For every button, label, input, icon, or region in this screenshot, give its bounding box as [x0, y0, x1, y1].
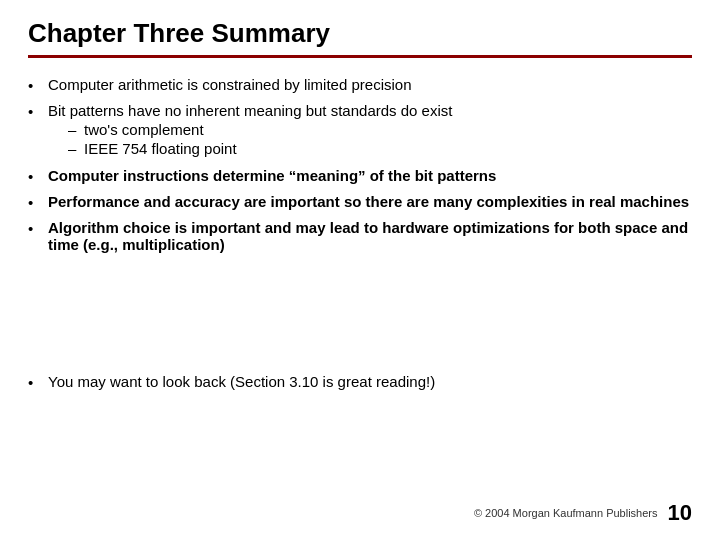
- page-number: 10: [668, 500, 692, 526]
- bullet-icon: •: [28, 194, 48, 211]
- sub-item-text: two's complement: [84, 121, 204, 138]
- sub-list-item: – two's complement: [68, 121, 692, 138]
- bullet-icon: •: [28, 374, 48, 391]
- list-item: • Computer instructions determine “meani…: [28, 167, 692, 185]
- extra-bullet-text: You may want to look back (Section 3.10 …: [48, 373, 692, 390]
- page: Chapter Three Summary • Computer arithme…: [0, 0, 720, 540]
- dash-icon: –: [68, 121, 84, 138]
- list-item: • You may want to look back (Section 3.1…: [28, 373, 692, 391]
- bullet-text: Computer instructions determine “meaning…: [48, 167, 692, 184]
- bullet-list: • Computer arithmetic is constrained by …: [28, 76, 692, 253]
- bullet-icon: •: [28, 103, 48, 120]
- bullet-icon: •: [28, 168, 48, 185]
- sub-list: – two's complement – IEEE 754 floating p…: [48, 121, 692, 157]
- sub-list-item: – IEEE 754 floating point: [68, 140, 692, 157]
- sub-item-text: IEEE 754 floating point: [84, 140, 237, 157]
- page-title: Chapter Three Summary: [28, 18, 692, 49]
- bullet-text: Computer arithmetic is constrained by li…: [48, 76, 692, 93]
- extra-bullet-list: • You may want to look back (Section 3.1…: [28, 373, 692, 391]
- bullet-text: Algorithm choice is important and may le…: [48, 219, 692, 253]
- list-item: • Computer arithmetic is constrained by …: [28, 76, 692, 94]
- bullet-icon: •: [28, 77, 48, 94]
- title-divider: [28, 55, 692, 58]
- list-item: • Performance and accuracy are important…: [28, 193, 692, 211]
- bullet-icon: •: [28, 220, 48, 237]
- list-item: • Algorithm choice is important and may …: [28, 219, 692, 253]
- main-section: • Computer arithmetic is constrained by …: [28, 76, 692, 261]
- footer: © 2004 Morgan Kaufmann Publishers 10: [28, 500, 692, 526]
- bullet-text: Bit patterns have no inherent meaning bu…: [48, 102, 692, 159]
- copyright-text: © 2004 Morgan Kaufmann Publishers: [474, 507, 658, 519]
- extra-section: • You may want to look back (Section 3.1…: [28, 373, 692, 399]
- content-area: • Computer arithmetic is constrained by …: [28, 76, 692, 526]
- bullet-text: Performance and accuracy are important s…: [48, 193, 692, 210]
- dash-icon: –: [68, 140, 84, 157]
- list-item: • Bit patterns have no inherent meaning …: [28, 102, 692, 159]
